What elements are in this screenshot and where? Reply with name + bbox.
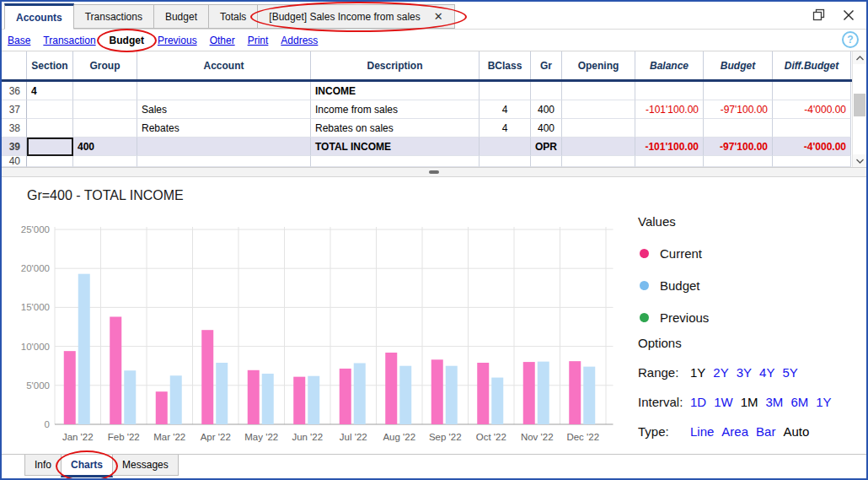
document-tab-transactions[interactable]: Transactions <box>73 4 154 29</box>
cell-section[interactable] <box>27 119 73 138</box>
cell-group[interactable] <box>73 82 137 100</box>
scrollbar-thumb[interactable] <box>854 94 865 116</box>
cell-balance[interactable] <box>635 82 704 100</box>
cell-gr[interactable]: 400 <box>531 100 562 119</box>
document-tab-budget-sales-income-from-sales[interactable]: [Budget] Sales Income from sales✕ <box>257 4 454 29</box>
option-1y[interactable]: 1Y <box>690 365 705 380</box>
cell-opening[interactable] <box>562 82 635 100</box>
legend-item-budget[interactable]: Budget <box>638 277 862 294</box>
legend-item-current[interactable]: Current <box>638 245 862 262</box>
view-link-transaction[interactable]: Transaction <box>43 35 95 46</box>
cell-diff[interactable] <box>773 156 851 167</box>
cell-opening[interactable] <box>562 119 635 138</box>
option-5y[interactable]: 5Y <box>782 365 797 380</box>
view-link-base[interactable]: Base <box>8 35 30 46</box>
option-line[interactable]: Line <box>690 424 714 439</box>
cell-balance[interactable] <box>635 156 704 167</box>
option-2y[interactable]: 2Y <box>713 365 728 380</box>
cell-account[interactable]: Rebates <box>137 119 311 138</box>
cell-section[interactable]: 4 <box>27 82 73 100</box>
view-link-previous[interactable]: Previous <box>158 35 197 46</box>
view-link-address[interactable]: Address <box>281 35 318 46</box>
column-header-account[interactable]: Account <box>137 51 311 79</box>
table-vertical-scrollbar[interactable] <box>852 51 866 167</box>
document-tab-totals[interactable]: Totals <box>208 4 258 29</box>
option-area[interactable]: Area <box>721 424 748 439</box>
document-tab-accounts[interactable]: Accounts <box>4 3 74 30</box>
cell-bclass[interactable]: 4 <box>480 119 531 138</box>
row-number-cell[interactable]: 38 <box>2 119 27 138</box>
document-tab-budget[interactable]: Budget <box>153 4 209 29</box>
cell-diff[interactable] <box>773 119 851 138</box>
cell-balance[interactable]: -101'100.00 <box>635 138 704 156</box>
cell-budget[interactable]: -97'100.00 <box>704 138 773 156</box>
option-1m[interactable]: 1M <box>741 395 758 409</box>
column-header-num[interactable] <box>2 51 27 79</box>
column-header-budget[interactable]: Budget <box>704 51 773 79</box>
cell-bclass[interactable] <box>480 82 531 100</box>
cell-description[interactable]: INCOME <box>311 82 480 100</box>
option-3y[interactable]: 3Y <box>737 365 752 380</box>
cell-description[interactable]: TOTAL INCOME <box>311 138 480 156</box>
cell-description[interactable] <box>311 156 480 167</box>
cell-section[interactable] <box>27 100 73 119</box>
cell-gr[interactable]: 400 <box>531 119 562 138</box>
cell-bclass[interactable] <box>480 138 531 156</box>
cell-account[interactable] <box>137 138 311 156</box>
cell-balance[interactable]: -101'100.00 <box>635 100 704 119</box>
column-header-gr[interactable]: Gr <box>531 51 562 79</box>
cell-budget[interactable] <box>704 156 773 167</box>
cell-section[interactable] <box>27 156 73 167</box>
option-4y[interactable]: 4Y <box>759 365 774 380</box>
view-link-budget[interactable]: Budget <box>109 35 145 46</box>
scrollbar-up-button[interactable] <box>853 51 866 64</box>
cell-budget[interactable] <box>704 119 773 138</box>
option-6m[interactable]: 6M <box>790 395 808 409</box>
view-link-print[interactable]: Print <box>248 35 269 46</box>
cell-budget[interactable] <box>704 82 773 100</box>
bottom-tab-charts[interactable]: Charts <box>61 455 113 477</box>
cell-group[interactable] <box>73 119 137 138</box>
cell-group[interactable] <box>73 100 137 119</box>
cell-opening[interactable] <box>562 138 635 156</box>
cell-section[interactable] <box>27 138 73 156</box>
cell-gr[interactable] <box>531 156 562 167</box>
column-header-group[interactable]: Group <box>73 51 137 79</box>
row-number-cell[interactable]: 36 <box>2 82 27 100</box>
row-number-cell[interactable]: 39 <box>2 138 27 156</box>
option-bar[interactable]: Bar <box>756 424 775 439</box>
cell-balance[interactable] <box>635 119 704 138</box>
option-3m[interactable]: 3M <box>766 395 784 409</box>
cell-opening[interactable] <box>562 156 635 167</box>
scrollbar-track[interactable] <box>853 64 866 154</box>
row-number-cell[interactable]: 40 <box>2 156 27 167</box>
option-1d[interactable]: 1D <box>690 395 706 409</box>
cell-diff[interactable]: -4'000.00 <box>773 100 851 119</box>
cell-account[interactable] <box>137 82 311 100</box>
splitter-handle[interactable] <box>429 170 439 174</box>
column-header-balance[interactable]: Balance <box>635 51 704 79</box>
close-window-icon[interactable] <box>841 8 856 23</box>
column-header-description[interactable]: Description <box>311 51 480 79</box>
cell-gr[interactable]: OPR <box>531 138 562 156</box>
cell-diff[interactable] <box>773 82 851 100</box>
option-1y[interactable]: 1Y <box>816 395 831 409</box>
column-header-opening[interactable]: Opening <box>562 51 635 79</box>
cell-gr[interactable] <box>531 82 562 100</box>
cell-bclass[interactable] <box>480 156 531 167</box>
cell-group[interactable] <box>73 156 137 167</box>
column-header-bclass[interactable]: BClass <box>480 51 531 79</box>
scrollbar-down-button[interactable] <box>853 154 866 167</box>
cell-account[interactable] <box>137 156 311 167</box>
cell-budget[interactable]: -97'100.00 <box>704 100 773 119</box>
column-header-section[interactable]: Section <box>27 51 73 79</box>
help-icon[interactable]: ? <box>842 31 859 48</box>
bottom-tab-messages[interactable]: Messages <box>112 455 179 476</box>
cell-opening[interactable] <box>562 100 635 119</box>
option-auto[interactable]: Auto <box>783 424 809 439</box>
cell-group[interactable]: 400 <box>73 138 137 156</box>
cell-description[interactable]: Income from sales <box>311 100 480 119</box>
row-number-cell[interactable]: 37 <box>2 100 27 119</box>
cell-description[interactable]: Rebates on sales <box>311 119 480 138</box>
horizontal-splitter[interactable] <box>2 167 866 177</box>
